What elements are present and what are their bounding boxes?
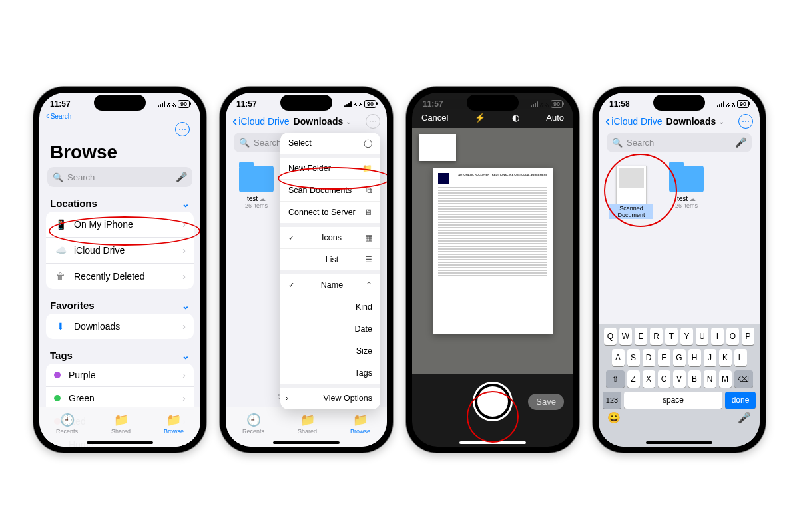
back-button[interactable]: iCloud Drive bbox=[605, 116, 663, 127]
menu-icons[interactable]: Icons▦ bbox=[280, 227, 380, 249]
menu-sort-kind[interactable]: Kind bbox=[280, 296, 380, 318]
key-g[interactable]: G bbox=[673, 349, 686, 366]
chevron-down-icon[interactable]: ⌄ bbox=[718, 117, 724, 126]
new-folder-icon: 📁 bbox=[362, 164, 372, 173]
favorites-header[interactable]: Favorites⌄ bbox=[39, 296, 200, 314]
key-a[interactable]: A bbox=[612, 349, 625, 366]
menu-sort-size[interactable]: Size bbox=[280, 340, 380, 362]
filter-button[interactable]: ◐ bbox=[512, 113, 519, 123]
folder-test[interactable]: test☁ 26 items bbox=[236, 166, 276, 209]
search-input[interactable]: 🔍 Search 🎤 bbox=[607, 133, 752, 152]
flash-button[interactable]: ⚡ bbox=[475, 113, 485, 123]
key-o[interactable]: O bbox=[726, 328, 739, 345]
key-q[interactable]: Q bbox=[604, 328, 617, 345]
key-123[interactable]: 123 bbox=[603, 392, 621, 409]
mic-icon[interactable]: 🎤 bbox=[735, 137, 746, 148]
key-space[interactable]: space bbox=[624, 392, 722, 409]
filename-edit[interactable]: Scanned Document bbox=[609, 204, 653, 219]
location-icloud-drive[interactable]: ☁️iCloud Drive› bbox=[46, 238, 194, 264]
key-shift[interactable]: ⇧ bbox=[606, 370, 625, 388]
tab-browse[interactable]: 📁Browse bbox=[164, 413, 184, 435]
emoji-button[interactable]: 😀 bbox=[607, 411, 621, 424]
more-button[interactable]: ⋯ bbox=[175, 122, 190, 136]
save-button[interactable]: Save bbox=[528, 394, 564, 410]
camera-toolbar: Cancel ⚡ ◐ Auto bbox=[412, 110, 573, 125]
key-e[interactable]: E bbox=[635, 328, 647, 345]
favorite-downloads[interactable]: ⬇Downloads› bbox=[46, 314, 194, 339]
key-c[interactable]: C bbox=[658, 370, 670, 388]
signal-icon bbox=[344, 101, 352, 107]
key-backspace[interactable]: ⌫ bbox=[734, 370, 753, 388]
menu-sort-date[interactable]: Date bbox=[280, 318, 380, 340]
locations-header[interactable]: Locations⌄ bbox=[39, 194, 200, 212]
key-w[interactable]: W bbox=[619, 328, 632, 345]
tag-dot-icon bbox=[54, 395, 61, 401]
auto-button[interactable]: Auto bbox=[546, 113, 564, 123]
key-j[interactable]: J bbox=[704, 349, 716, 366]
key-m[interactable]: M bbox=[719, 370, 732, 388]
scanned-document-item[interactable]: Scanned Document bbox=[609, 166, 653, 219]
menu-view-options[interactable]: › View Options bbox=[280, 388, 380, 409]
tag-purple[interactable]: Purple› bbox=[46, 364, 194, 387]
key-y[interactable]: Y bbox=[680, 328, 693, 345]
key-n[interactable]: N bbox=[704, 370, 716, 388]
location-recently-deleted[interactable]: 🗑Recently Deleted› bbox=[46, 264, 194, 289]
key-r[interactable]: R bbox=[650, 328, 663, 345]
more-button[interactable]: ⋯ bbox=[366, 114, 380, 129]
home-indicator[interactable] bbox=[87, 441, 153, 444]
tab-browse[interactable]: 📁Browse bbox=[350, 413, 370, 435]
menu-select[interactable]: Select◯ bbox=[280, 133, 380, 158]
key-done[interactable]: done bbox=[725, 392, 756, 409]
key-p[interactable]: P bbox=[742, 328, 754, 345]
trash-icon: 🗑 bbox=[54, 270, 67, 283]
home-indicator[interactable] bbox=[646, 441, 712, 444]
key-x[interactable]: X bbox=[643, 370, 655, 388]
dictation-button[interactable]: 🎤 bbox=[738, 411, 751, 424]
back-button[interactable]: iCloud Drive bbox=[232, 116, 290, 127]
tab-recents[interactable]: 🕘Recents bbox=[56, 413, 78, 435]
keyboard: QWERTYUIOP ASDFGHJKL ⇧ZXCVBNM⌫ 123 space… bbox=[599, 324, 760, 447]
iphone-icon: 📱 bbox=[54, 218, 67, 231]
select-icon: ◯ bbox=[364, 138, 372, 148]
folder-icon bbox=[669, 166, 704, 192]
chevron-up-icon: ⌃ bbox=[366, 280, 372, 290]
key-k[interactable]: K bbox=[719, 349, 732, 366]
menu-sort-name[interactable]: Name⌃ bbox=[280, 274, 380, 296]
search-input[interactable]: 🔍 Search 🎤 bbox=[47, 167, 192, 187]
menu-new-folder[interactable]: New Folder📁 bbox=[280, 158, 380, 180]
key-d[interactable]: D bbox=[643, 349, 655, 366]
more-button[interactable]: ⋯ bbox=[738, 114, 753, 129]
mic-icon[interactable]: 🎤 bbox=[176, 172, 187, 182]
back-to-search[interactable]: Search bbox=[39, 110, 200, 122]
tags-header[interactable]: Tags⌄ bbox=[39, 346, 200, 364]
home-indicator[interactable] bbox=[459, 441, 526, 444]
home-indicator[interactable] bbox=[273, 441, 340, 444]
scan-thumbnail[interactable] bbox=[419, 134, 456, 161]
cancel-button[interactable]: Cancel bbox=[421, 113, 448, 123]
tab-shared[interactable]: 📁Shared bbox=[111, 413, 131, 435]
folder-test[interactable]: test☁ 26 items bbox=[666, 166, 706, 209]
location-on-my-iphone[interactable]: 📱On My iPhone› bbox=[46, 212, 194, 238]
key-l[interactable]: L bbox=[734, 349, 747, 366]
menu-list[interactable]: List☰ bbox=[280, 249, 380, 274]
key-i[interactable]: I bbox=[711, 328, 724, 345]
menu-connect-server[interactable]: Connect to Server🖥 bbox=[280, 202, 380, 227]
signal-icon bbox=[717, 101, 724, 107]
key-z[interactable]: Z bbox=[627, 370, 640, 388]
menu-scan-documents[interactable]: Scan Documents⧉ bbox=[280, 180, 380, 202]
key-b[interactable]: B bbox=[688, 370, 701, 388]
key-v[interactable]: V bbox=[673, 370, 686, 388]
doc-thumbnail-icon bbox=[616, 166, 647, 204]
key-f[interactable]: F bbox=[658, 349, 670, 366]
key-s[interactable]: S bbox=[627, 349, 640, 366]
chevron-down-icon[interactable]: ⌄ bbox=[346, 117, 352, 126]
key-u[interactable]: U bbox=[696, 328, 708, 345]
tab-shared[interactable]: 📁Shared bbox=[298, 413, 317, 435]
shutter-button[interactable] bbox=[475, 384, 511, 419]
nav-bar: iCloud Drive Downloads ⌄ ⋯ bbox=[226, 110, 387, 133]
key-t[interactable]: T bbox=[665, 328, 678, 345]
key-h[interactable]: H bbox=[688, 349, 701, 366]
tab-recents[interactable]: 🕘Recents bbox=[242, 413, 264, 435]
signal-icon bbox=[158, 101, 165, 107]
menu-sort-tags[interactable]: Tags bbox=[280, 362, 380, 388]
